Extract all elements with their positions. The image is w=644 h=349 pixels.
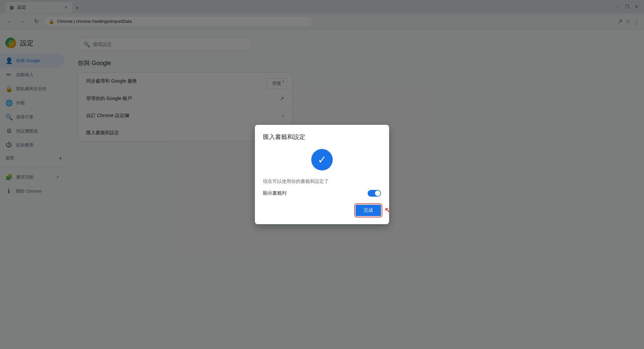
checkmark-icon: ✓ [318, 153, 327, 166]
dialog-message: 現在可以使用你的書籤和設定了 [263, 179, 381, 185]
step-indicator: ↖ [384, 206, 390, 215]
import-dialog: 匯入書籤和設定 ✓ 現在可以使用你的書籤和設定了 顯示書籤列 完成 ↖ [255, 125, 389, 224]
dialog-toggle-row: 顯示書籤列 [263, 190, 381, 197]
dialog-title: 匯入書籤和設定 [263, 133, 381, 141]
success-icon: ✓ [311, 149, 333, 170]
browser-frame: ⚙ 設定 ✕ + － ❐ ✕ ← → ↻ 🔒 Chrome | chrome:/… [0, 0, 644, 349]
overlay: 匯入書籤和設定 ✓ 現在可以使用你的書籤和設定了 顯示書籤列 完成 ↖ [0, 0, 644, 349]
dialog-actions: 完成 ↖ [263, 205, 381, 216]
done-button[interactable]: 完成 [356, 205, 381, 216]
toggle-knob [375, 191, 380, 196]
toggle-label: 顯示書籤列 [263, 190, 368, 196]
bookmark-bar-toggle[interactable] [368, 190, 381, 197]
